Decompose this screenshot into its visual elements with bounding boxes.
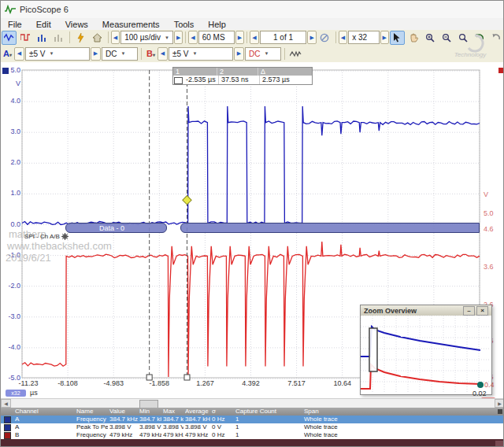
page-field[interactable]: 1 of 1 xyxy=(260,31,307,44)
menu-tools[interactable]: Tools xyxy=(167,20,202,29)
toolbar-separator xyxy=(335,31,336,43)
channel-a-axis-handle[interactable] xyxy=(2,68,9,74)
table-cell: A xyxy=(15,416,73,423)
home-button[interactable] xyxy=(90,31,105,45)
zoom-overview-window[interactable]: Zoom Overview – × xyxy=(360,305,492,395)
menu-edit[interactable]: Edit xyxy=(29,20,58,29)
awg-button[interactable] xyxy=(288,46,303,61)
page-options-button[interactable] xyxy=(317,31,332,45)
table-header-6[interactable]: σ xyxy=(212,408,234,416)
bottom-bar-grip xyxy=(495,441,503,446)
zoom-increase-button[interactable]: ▶ xyxy=(380,31,389,44)
table-cell: 479 kHz xyxy=(163,431,183,439)
scope-view-button[interactable] xyxy=(2,31,17,45)
table-header-3[interactable]: Min xyxy=(139,408,161,416)
chevron-down-icon: ▼ xyxy=(264,51,269,56)
table-header-1[interactable]: Name xyxy=(76,408,108,416)
channel-a-range-decrease[interactable]: ◀ xyxy=(14,47,24,61)
pico-technology-logo: Technology xyxy=(443,32,498,59)
samples-decrease-button[interactable]: ◀ xyxy=(188,31,197,44)
zoom-overview-title: Zoom Overview xyxy=(364,307,461,315)
table-cell: Peak To Peak xyxy=(76,423,108,431)
channel-b-range-select[interactable]: ±5 V▼ xyxy=(169,47,233,61)
channel-a-range-select[interactable]: ±5 V▼ xyxy=(25,47,90,61)
channel-a-range-increase[interactable]: ▶ xyxy=(91,47,101,61)
channel-a-coupling-select[interactable]: DC▼ xyxy=(102,47,138,61)
samples-increase-button[interactable]: ▶ xyxy=(235,31,244,44)
table-cell: Whole trace xyxy=(304,423,501,431)
toolbar-separator xyxy=(284,48,285,60)
table-cell: 1 xyxy=(235,431,302,439)
table-header-5[interactable]: Average xyxy=(185,408,210,416)
spi-decode-packet[interactable] xyxy=(180,223,480,233)
logo-text: Technology xyxy=(454,51,487,58)
time-axis-unit: µs xyxy=(30,389,38,397)
page-previous-button[interactable]: ◀ xyxy=(250,31,258,44)
ruler-legend-values: -2.535 µs 37.53 ns 2.573 µs xyxy=(173,76,312,84)
gear-icon[interactable] xyxy=(61,233,69,240)
zoom-region-indicator xyxy=(369,328,377,371)
channel-b-button[interactable]: B▾ xyxy=(144,49,158,58)
teal-dot-icon xyxy=(477,382,484,388)
table-cell: 479 kHz xyxy=(185,431,210,439)
persistence-view-button[interactable] xyxy=(18,31,33,45)
ruler-legend[interactable]: 1 2 Δ -2.535 µs 37.53 ns 2.573 µs xyxy=(172,67,313,85)
decode-lane-label[interactable]: SPI - Ch A/B xyxy=(24,233,69,240)
pointer-tool-button[interactable] xyxy=(390,31,405,45)
menu-measurements[interactable]: Measurements xyxy=(95,20,167,29)
table-header-8[interactable]: Span xyxy=(304,408,501,416)
menu-views[interactable]: Views xyxy=(58,20,95,29)
table-cell: Whole trace xyxy=(304,416,501,423)
channel-b-range-decrease[interactable]: ◀ xyxy=(158,47,168,61)
table-header-4[interactable]: Max xyxy=(163,408,183,416)
xy-view-button-disabled[interactable] xyxy=(51,31,66,45)
table-header-0[interactable]: Channel xyxy=(15,408,73,416)
hand-tool-button[interactable] xyxy=(406,31,421,45)
scroll-right-button[interactable]: ▶ xyxy=(495,399,504,408)
table-cell: 3.898 V xyxy=(109,423,138,431)
channel-a-button[interactable]: A▾ xyxy=(1,49,14,58)
timebase-select[interactable]: 100 µs/div▼ xyxy=(120,31,173,44)
menu-help[interactable]: Help xyxy=(201,20,233,29)
zoom-in-tool-button[interactable] xyxy=(423,31,438,45)
toolbar-separator xyxy=(141,48,142,60)
spectrum-view-button[interactable] xyxy=(35,31,50,45)
menu-file[interactable]: File xyxy=(1,20,29,29)
timebase-decrease-button[interactable]: ◀ xyxy=(111,31,120,44)
zoom-overview-plot[interactable] xyxy=(361,316,490,393)
table-cell: Whole trace xyxy=(304,431,501,439)
table-header-menu-icon[interactable] xyxy=(498,409,502,414)
toolbar-separator xyxy=(108,31,109,43)
probe-button[interactable] xyxy=(73,31,88,45)
channel-color-swatch xyxy=(4,424,11,431)
right-axis-marker: 0.4 xyxy=(477,381,495,389)
zoom-overview-titlebar[interactable]: Zoom Overview – × xyxy=(361,305,491,316)
time-zoom-badge[interactable]: x32 xyxy=(6,390,26,397)
chevron-down-icon: ▼ xyxy=(120,51,125,56)
zoom-field[interactable]: x 32 xyxy=(348,31,379,44)
app-icon xyxy=(4,5,17,14)
time-ruler-handle xyxy=(146,375,152,380)
channel-color-swatch xyxy=(4,416,11,423)
b-axis-zoom-badge[interactable]: x1.0 xyxy=(481,397,495,398)
minimize-button[interactable]: – xyxy=(463,306,475,316)
table-header-7[interactable]: Capture Count xyxy=(235,408,302,416)
menu-bar: FileEditViewsMeasurementsToolsHelp xyxy=(1,18,504,31)
scroll-left-button[interactable]: ◀ xyxy=(1,399,11,408)
table-cell: 1 xyxy=(235,423,302,431)
table-header-2[interactable]: Value xyxy=(109,408,138,416)
channel-b-axis-handle[interactable] xyxy=(498,68,504,73)
zoom-decrease-button[interactable]: ◀ xyxy=(339,31,347,44)
ruler-legend-handle[interactable] xyxy=(174,77,183,84)
timebase-increase-button[interactable]: ▶ xyxy=(174,31,183,44)
samples-field[interactable]: 60 MS xyxy=(198,31,235,44)
trigger-marker xyxy=(183,196,191,205)
table-cell: 3.898 V xyxy=(139,423,161,431)
page-next-button[interactable]: ▶ xyxy=(307,31,316,44)
table-cell: 384.7 kHz xyxy=(185,416,210,423)
table-cell: 479 kHz xyxy=(109,431,138,439)
table-cell: 0 V xyxy=(212,423,234,431)
close-icon[interactable]: × xyxy=(476,306,488,316)
channel-b-range-increase[interactable]: ▶ xyxy=(234,47,244,61)
channel-b-coupling-select[interactable]: DC▼ xyxy=(245,47,281,61)
